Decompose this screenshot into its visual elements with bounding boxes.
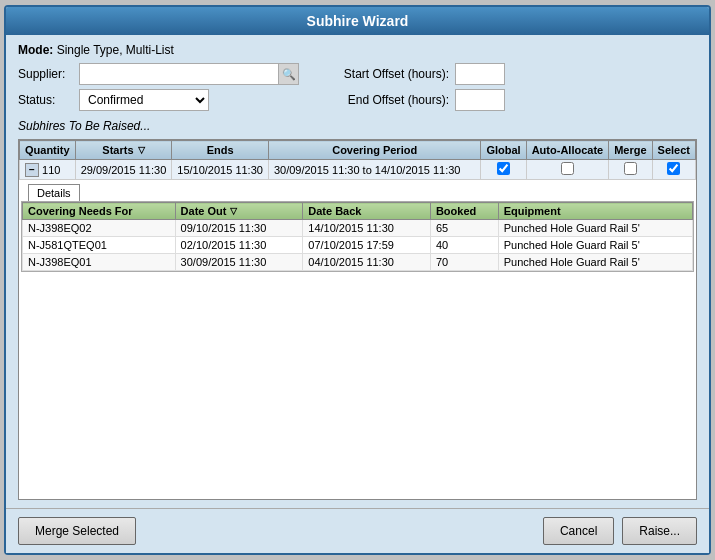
main-table: Quantity Starts▽ Ends Covering Period Gl… — [19, 140, 696, 180]
th-covering-period: Covering Period — [268, 141, 481, 160]
merge-checkbox[interactable] — [624, 162, 637, 175]
start-offset-label: Start Offset (hours): — [319, 67, 449, 81]
row-quantity-value: 110 — [42, 163, 60, 175]
left-form: Supplier: 🔍 Status: ConfirmedPendingCanc… — [18, 63, 299, 111]
supplier-input[interactable] — [80, 64, 278, 84]
sub-th-date-back: Date Back — [303, 203, 431, 220]
dialog-footer: Merge Selected Cancel Raise... — [6, 508, 709, 553]
th-global: Global — [481, 141, 526, 160]
details-tab-container: Details — [23, 182, 696, 201]
row-merge-cell — [609, 160, 652, 180]
start-offset-input[interactable]: 24 — [455, 63, 505, 85]
sub-td-booked: 65 — [430, 220, 498, 237]
starts-sort-icon: ▽ — [138, 145, 145, 155]
collapse-button[interactable]: − — [25, 163, 39, 177]
mode-row: Mode: Single Type, Multi-List — [18, 43, 697, 57]
th-merge: Merge — [609, 141, 652, 160]
sub-td-date-back: 04/10/2015 11:30 — [303, 254, 431, 271]
row-covering-period: 30/09/2015 11:30 to 14/10/2015 11:30 — [268, 160, 481, 180]
status-label: Status: — [18, 93, 73, 107]
footer-left: Merge Selected — [18, 517, 136, 545]
row-quantity: − 110 — [20, 160, 76, 180]
section-label: Subhires To Be Raised... — [18, 119, 697, 133]
main-table-header-row: Quantity Starts▽ Ends Covering Period Gl… — [20, 141, 696, 160]
start-offset-row: Start Offset (hours): 24 — [319, 63, 505, 85]
sub-td-covering-needs-for: N-J398EQ01 — [23, 254, 176, 271]
end-offset-input[interactable]: 24 — [455, 89, 505, 111]
sub-table-body: N-J398EQ0209/10/2015 11:3014/10/2015 11:… — [23, 220, 693, 271]
sub-th-equipment: Equipment — [498, 203, 692, 220]
sub-table: Covering Needs For Date Out▽ Date Back B… — [22, 202, 693, 271]
status-select[interactable]: ConfirmedPendingCancelled — [79, 89, 209, 111]
dialog-body: Mode: Single Type, Multi-List Supplier: … — [6, 35, 709, 508]
supplier-label: Supplier: — [18, 67, 73, 81]
sub-td-covering-needs-for: N-J398EQ02 — [23, 220, 176, 237]
sub-td-date-out: 09/10/2015 11:30 — [175, 220, 303, 237]
supplier-input-wrapper: 🔍 — [79, 63, 299, 85]
global-checkbox[interactable] — [497, 162, 510, 175]
supplier-search-button[interactable]: 🔍 — [278, 64, 298, 84]
row-select-cell — [652, 160, 695, 180]
sub-th-booked: Booked — [430, 203, 498, 220]
th-quantity: Quantity — [20, 141, 76, 160]
sub-table-row: N-J398EQ0130/09/2015 11:3004/10/2015 11:… — [23, 254, 693, 271]
th-ends: Ends — [172, 141, 269, 160]
th-starts: Starts▽ — [75, 141, 172, 160]
th-auto-allocate: Auto-Allocate — [526, 141, 609, 160]
supplier-row: Supplier: 🔍 — [18, 63, 299, 85]
sub-table-row: N-J398EQ0209/10/2015 11:3014/10/2015 11:… — [23, 220, 693, 237]
row-ends: 15/10/2015 11:30 — [172, 160, 269, 180]
th-select: Select — [652, 141, 695, 160]
select-checkbox[interactable] — [667, 162, 680, 175]
row-starts: 29/09/2015 11:30 — [75, 160, 172, 180]
main-table-row: − 110 29/09/2015 11:30 15/10/2015 11:30 … — [20, 160, 696, 180]
raise-button[interactable]: Raise... — [622, 517, 697, 545]
cancel-button[interactable]: Cancel — [543, 517, 614, 545]
merge-selected-button[interactable]: Merge Selected — [18, 517, 136, 545]
sub-th-covering-needs: Covering Needs For — [23, 203, 176, 220]
form-section: Supplier: 🔍 Status: ConfirmedPendingCanc… — [18, 63, 697, 111]
details-tab[interactable]: Details — [28, 184, 80, 201]
end-offset-label: End Offset (hours): — [319, 93, 449, 107]
mode-text: Mode: Single Type, Multi-List — [18, 43, 174, 57]
subhires-table-section: Quantity Starts▽ Ends Covering Period Gl… — [18, 139, 697, 500]
sub-th-date-out: Date Out▽ — [175, 203, 303, 220]
sub-table-wrapper: Covering Needs For Date Out▽ Date Back B… — [21, 201, 694, 272]
sub-td-equipment: Punched Hole Guard Rail 5' — [498, 220, 692, 237]
sub-td-date-out: 30/09/2015 11:30 — [175, 254, 303, 271]
sub-td-date-back: 07/10/2015 17:59 — [303, 237, 431, 254]
sub-td-equipment: Punched Hole Guard Rail 5' — [498, 254, 692, 271]
row-auto-allocate-cell — [526, 160, 609, 180]
end-offset-row: End Offset (hours): 24 — [319, 89, 505, 111]
auto-allocate-checkbox[interactable] — [561, 162, 574, 175]
sub-table-row: N-J581QTEQ0102/10/2015 11:3007/10/2015 1… — [23, 237, 693, 254]
row-global-cell — [481, 160, 526, 180]
sub-td-booked: 70 — [430, 254, 498, 271]
sub-td-booked: 40 — [430, 237, 498, 254]
sub-td-date-back: 14/10/2015 11:30 — [303, 220, 431, 237]
footer-right: Cancel Raise... — [543, 517, 697, 545]
subhire-wizard-dialog: Subhire Wizard Mode: Single Type, Multi-… — [4, 5, 711, 555]
sub-td-equipment: Punched Hole Guard Rail 5' — [498, 237, 692, 254]
status-row: Status: ConfirmedPendingCancelled — [18, 89, 299, 111]
dialog-title: Subhire Wizard — [6, 7, 709, 35]
sub-table-header-row: Covering Needs For Date Out▽ Date Back B… — [23, 203, 693, 220]
sub-td-date-out: 02/10/2015 11:30 — [175, 237, 303, 254]
sub-td-covering-needs-for: N-J581QTEQ01 — [23, 237, 176, 254]
right-form: Start Offset (hours): 24 End Offset (hou… — [319, 63, 505, 111]
date-out-sort-icon: ▽ — [230, 206, 237, 216]
